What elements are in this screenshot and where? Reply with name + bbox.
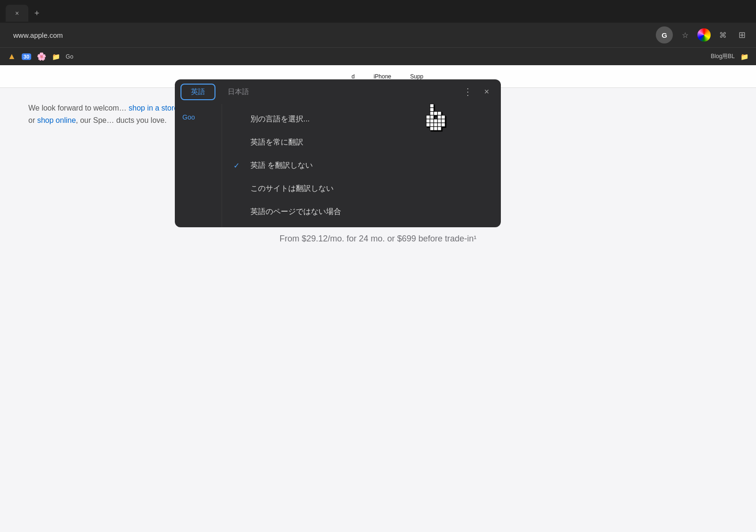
new-tab-button[interactable]: + xyxy=(30,7,43,20)
menu-label-never-translate-site: このサイトは翻訳しない xyxy=(250,184,334,194)
blog-label: Blog用BL xyxy=(711,52,735,60)
intro-text4: ducts you love. xyxy=(116,116,167,124)
shop-online-link[interactable]: shop online xyxy=(37,116,76,124)
check-never-translate-lang: ✓ xyxy=(233,161,243,170)
address-icons: G ☆ ⌘ ⊞ xyxy=(656,26,748,43)
rainbow-icon[interactable] xyxy=(697,28,711,42)
menu-item-not-english[interactable]: 英語のページではない場合 xyxy=(222,200,501,223)
google-label: Go xyxy=(66,53,73,60)
intro-text3: , our Spe xyxy=(76,116,107,124)
target-language-button[interactable]: 日本語 xyxy=(217,84,259,100)
bookmark-calendar[interactable]: 30 xyxy=(22,53,31,60)
tab-close-button[interactable]: × xyxy=(13,9,21,17)
iphone-price: From $29.12/mo. for 24 mo. or $699 befor… xyxy=(28,234,728,244)
calendar-icon: 30 xyxy=(22,53,31,60)
menu-item-always-translate[interactable]: 英語を常に翻訳 xyxy=(222,131,501,154)
bookmark-drive[interactable]: ▲ xyxy=(8,51,16,61)
nav-item-iphone[interactable]: iPhone xyxy=(374,73,391,80)
bookmark-google[interactable]: Go xyxy=(66,53,73,60)
translate-g-icon: G xyxy=(662,31,667,39)
menu-label-always-translate: 英語を常に翻訳 xyxy=(250,137,303,147)
folder1-icon: 📁 xyxy=(52,53,60,60)
tab-bar: × + xyxy=(0,0,756,23)
bookmark-star-button[interactable]: ☆ xyxy=(677,26,694,43)
extension-icon[interactable]: ⌘ xyxy=(714,26,731,43)
nav-item-supp[interactable]: Supp xyxy=(410,73,423,80)
active-tab: × xyxy=(6,5,28,22)
nav-item-d[interactable]: d xyxy=(352,73,355,80)
translate-menu: 別の言語を選択... 英語を常に翻訳 ✓ 英語 を翻訳しない このサイトは翻訳し… xyxy=(222,104,501,227)
browser-chrome: × + www.apple.com G ☆ ⌘ ⊞ ▲ 30 🌸 📁 xyxy=(0,0,756,65)
intro-text1: We look forward to welcom xyxy=(28,104,119,112)
source-language-button[interactable]: 英語 xyxy=(180,84,215,100)
photos-icon: 🌸 xyxy=(37,52,46,61)
menu-label-never-translate-lang: 英語 を翻訳しない xyxy=(250,161,313,171)
intro-text2: or xyxy=(28,116,35,124)
bookmark-folder2[interactable]: 📁 xyxy=(740,53,748,60)
menu-item-select-lang[interactable]: 別の言語を選択... xyxy=(222,108,501,131)
qr-code-button[interactable]: ⊞ xyxy=(735,28,748,42)
translate-close-button[interactable]: × xyxy=(478,83,495,100)
translate-bar: 英語 日本語 ⋮ × xyxy=(175,79,501,104)
menu-item-never-translate-lang[interactable]: ✓ 英語 を翻訳しない xyxy=(222,154,501,177)
bookmark-photos[interactable]: 🌸 xyxy=(37,52,46,61)
bookmarks-bar: ▲ 30 🌸 📁 Go Blog用BL 📁 xyxy=(0,47,756,65)
translate-source-area: Goo xyxy=(175,104,222,227)
url-text: www.apple.com xyxy=(13,31,63,39)
translate-dropdown: Goo 別の言語を選択... 英語を常に翻訳 ✓ 英語 を翻訳しない このサイト… xyxy=(175,104,501,227)
menu-label-select-lang: 別の言語を選択... xyxy=(250,114,309,124)
url-input[interactable]: www.apple.com xyxy=(8,26,651,43)
translate-button[interactable]: G xyxy=(656,26,673,43)
menu-item-never-translate-site[interactable]: このサイトは翻訳しない xyxy=(222,177,501,200)
address-bar: www.apple.com G ☆ ⌘ ⊞ xyxy=(0,23,756,47)
menu-label-not-english: 英語のページではない場合 xyxy=(250,207,341,217)
source-label: Goo xyxy=(175,109,222,126)
folder2-icon: 📁 xyxy=(740,53,748,60)
bookmark-folder1[interactable]: 📁 xyxy=(52,53,60,60)
translate-more-button[interactable]: ⋮ xyxy=(459,83,476,100)
translate-popup: 英語 日本語 ⋮ × Goo 別の言語を選択... 英語を常に翻訳 ✓ 英語 を… xyxy=(175,79,501,227)
drive-icon: ▲ xyxy=(8,51,16,61)
bookmark-blog[interactable]: Blog用BL xyxy=(711,52,735,60)
shop-in-store-link[interactable]: shop in a store xyxy=(129,104,178,112)
